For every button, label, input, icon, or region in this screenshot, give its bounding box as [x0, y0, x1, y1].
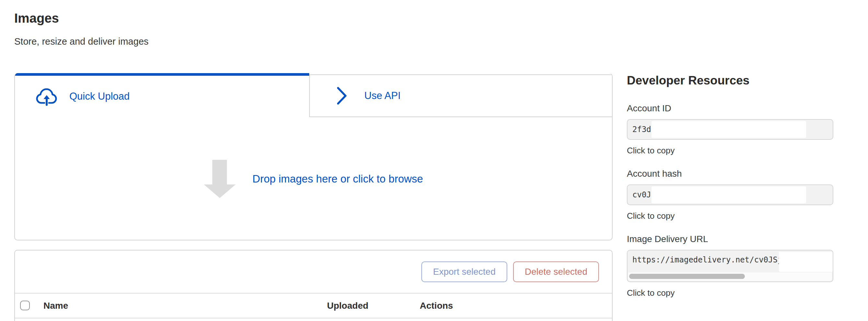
- redaction-overlay: [651, 121, 806, 138]
- account-id-field: Account ID 2f3d Click to copy: [627, 103, 833, 155]
- dropzone[interactable]: Drop images here or click to browse: [15, 117, 612, 241]
- image-delivery-url-value-box[interactable]: https://imagedelivery.net/cv0JSj 2: [627, 250, 833, 282]
- images-page: Images Store, resize and deliver images …: [0, 0, 868, 321]
- table-header-row: Name Uploaded Actions: [15, 293, 612, 318]
- account-id-copy-hint: Click to copy: [627, 146, 833, 155]
- redaction-overlay: [779, 252, 833, 272]
- tab-use-api-label: Use API: [364, 90, 401, 102]
- arrow-down-icon: [204, 160, 236, 198]
- developer-resources-title: Developer Resources: [627, 73, 833, 88]
- image-delivery-url-field: Image Delivery URL https://imagedelivery…: [627, 234, 833, 298]
- image-delivery-url-copy-hint: Click to copy: [627, 288, 833, 298]
- image-delivery-url-value: https://imagedelivery.net/cv0JSj: [632, 255, 782, 264]
- tab-quick-upload-label: Quick Upload: [69, 91, 130, 102]
- account-hash-copy-hint: Click to copy: [627, 211, 833, 221]
- dropzone-label: Drop images here or click to browse: [252, 173, 423, 185]
- account-hash-field: Account hash cv0J Click to copy: [627, 168, 833, 221]
- select-all-checkbox[interactable]: [20, 300, 30, 310]
- page-subtitle: Store, resize and deliver images: [14, 35, 149, 48]
- column-header-name: Name: [43, 300, 68, 311]
- upload-card: Quick Upload Use API Drop images here or…: [14, 73, 613, 241]
- account-id-value: 2f3d: [632, 125, 651, 134]
- redaction-overlay: [651, 186, 806, 203]
- account-id-label: Account ID: [627, 103, 833, 114]
- account-hash-label: Account hash: [627, 168, 833, 179]
- tab-use-api[interactable]: Use API: [309, 74, 612, 117]
- list-actions-row: Export selected Delete selected: [15, 250, 612, 293]
- cloud-upload-icon: [36, 87, 58, 106]
- horizontal-scrollbar-thumb[interactable]: [629, 274, 745, 279]
- column-header-uploaded: Uploaded: [327, 300, 369, 311]
- delete-selected-button[interactable]: Delete selected: [513, 261, 599, 282]
- horizontal-scrollbar-track[interactable]: [628, 273, 832, 281]
- account-hash-value-box[interactable]: cv0J: [627, 184, 833, 205]
- account-id-value-box[interactable]: 2f3d: [627, 119, 833, 140]
- developer-resources-panel: Developer Resources Account ID 2f3d Clic…: [627, 73, 833, 311]
- image-delivery-url-label: Image Delivery URL: [627, 234, 833, 245]
- account-hash-value: cv0J: [632, 190, 651, 199]
- export-selected-button[interactable]: Export selected: [421, 261, 507, 282]
- upload-tabs: Quick Upload Use API: [15, 73, 612, 117]
- tab-quick-upload[interactable]: Quick Upload: [15, 73, 309, 117]
- column-header-actions: Actions: [420, 300, 453, 311]
- image-list-card: Export selected Delete selected Name Upl…: [14, 250, 613, 321]
- chevron-right-icon: [336, 86, 347, 105]
- page-title: Images: [14, 10, 59, 27]
